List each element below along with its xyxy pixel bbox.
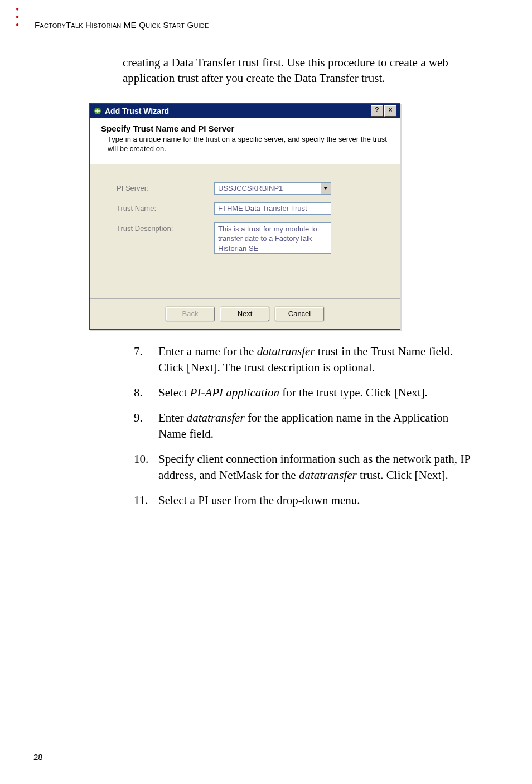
titlebar: Add Trust Wizard ? × bbox=[90, 104, 400, 118]
pi-server-value: USSJCCSKRBINP1 bbox=[215, 183, 320, 194]
add-trust-wizard-dialog: Add Trust Wizard ? × Specify Trust Name … bbox=[89, 103, 400, 330]
help-button[interactable]: ? bbox=[371, 105, 383, 117]
step-title: Specify Trust Name and PI Server bbox=[101, 124, 389, 133]
cancel-label: ancel bbox=[293, 309, 311, 318]
trust-name-input[interactable] bbox=[214, 202, 331, 215]
page-number: 28 bbox=[33, 752, 43, 762]
chevron-down-icon bbox=[320, 183, 331, 194]
list-item: 11. Select a PI user from the drop-down … bbox=[134, 492, 476, 509]
trust-name-label: Trust Name: bbox=[117, 202, 214, 212]
pi-server-select[interactable]: USSJCCSKRBINP1 bbox=[214, 182, 331, 195]
bullet-decor: ••• bbox=[16, 6, 19, 29]
doc-header: FactoryTalk Historian ME Quick Start Gui… bbox=[35, 20, 499, 30]
next-button[interactable]: Next bbox=[220, 307, 269, 321]
step-description: Type in a unique name for the trust on a… bbox=[101, 134, 389, 154]
trust-desc-input[interactable] bbox=[214, 222, 331, 254]
list-item: 9. Enter datatransfer for the applicatio… bbox=[134, 410, 476, 442]
back-label: ack bbox=[187, 309, 198, 318]
wizard-step-header: Specify Trust Name and PI Server Type in… bbox=[90, 118, 400, 164]
cancel-button[interactable]: Cancel bbox=[275, 307, 324, 321]
close-button[interactable]: × bbox=[384, 105, 396, 117]
wizard-title: Add Trust Wizard bbox=[105, 107, 169, 115]
wizard-icon bbox=[93, 107, 102, 115]
trust-desc-label: Trust Description: bbox=[117, 222, 214, 233]
intro-paragraph: creating a Data Transfer trust first. Us… bbox=[123, 55, 476, 86]
next-label: ext bbox=[243, 309, 252, 318]
procedure-list: 7. Enter a name for the datatransfer tru… bbox=[134, 343, 476, 509]
pi-server-label: PI Server: bbox=[117, 182, 214, 192]
list-item: 10. Specify client connection informatio… bbox=[134, 451, 476, 483]
list-item: 7. Enter a name for the datatransfer tru… bbox=[134, 343, 476, 376]
back-button: Back bbox=[166, 307, 215, 321]
list-item: 8. Select PI-API application for the tru… bbox=[134, 385, 476, 401]
